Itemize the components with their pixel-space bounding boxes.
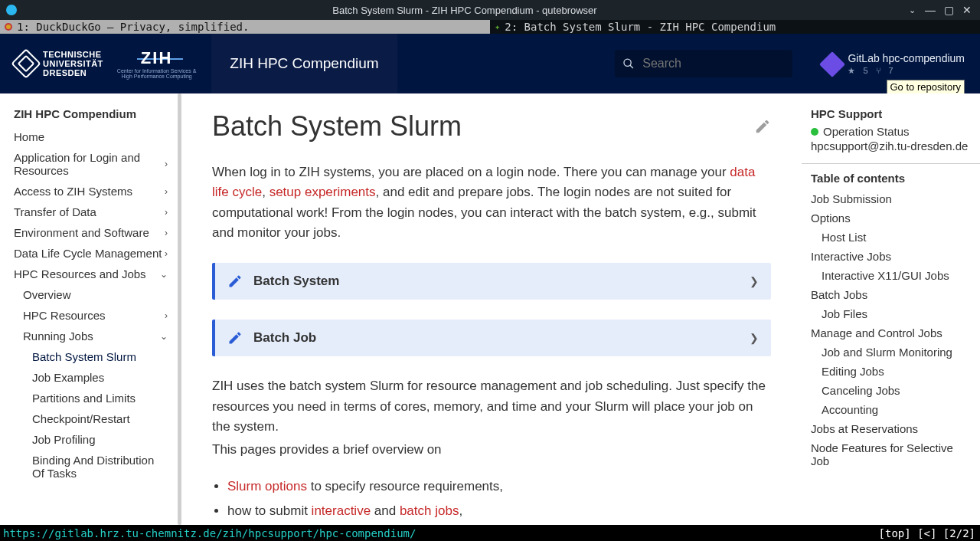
repo-link[interactable]: GitLab hpc-compendium ★5 ⑂7 Go to reposi… xyxy=(823,52,980,76)
text: and xyxy=(371,503,400,518)
tud-line: TECHNISCHE xyxy=(43,50,103,59)
paragraph: ZIH uses the batch system Slurm for reso… xyxy=(212,376,771,437)
browser-tabstrip: 1: DuckDuckGo — Privacy, simplified. ✦ 2… xyxy=(0,20,980,34)
svg-line-1 xyxy=(630,65,633,68)
divider xyxy=(802,163,980,164)
toc-item[interactable]: Interactive Jobs xyxy=(811,247,971,266)
maximize-button[interactable]: ▢ xyxy=(943,5,954,15)
nav-item[interactable]: Transfer of Data› xyxy=(5,202,181,222)
nav-item[interactable]: Binding And Distribution Of Tasks xyxy=(5,450,181,484)
toc-item[interactable]: Accounting xyxy=(811,400,971,419)
nav-item-label: Home xyxy=(14,130,44,143)
gitlab-icon xyxy=(819,51,845,77)
article: Batch System Slurm When log in to ZIH sy… xyxy=(181,93,802,525)
nav-sidebar: ZIH HPC Compendium HomeApplication for L… xyxy=(0,93,181,525)
link-batch-jobs[interactable]: batch jobs xyxy=(400,503,459,518)
search-box[interactable] xyxy=(615,50,792,77)
tud-octagon-icon xyxy=(11,48,41,79)
browser-tab-2[interactable]: ✦ 2: Batch System Slurm - ZIH HPC Compen… xyxy=(490,20,980,34)
browser-tab-1[interactable]: 1: DuckDuckGo — Privacy, simplified. xyxy=(0,20,490,34)
window-menu-button[interactable]: ⌄ xyxy=(906,5,917,15)
toc-item[interactable]: Interactive X11/GUI Jobs xyxy=(811,266,971,285)
nav-item-label: Running Jobs xyxy=(23,330,93,343)
app-icon xyxy=(6,5,17,15)
toc-item[interactable]: Options xyxy=(811,208,971,228)
chevron-right-icon: ❯ xyxy=(750,275,759,287)
close-button[interactable]: ✕ xyxy=(962,5,972,15)
nav-item[interactable]: Environment and Software› xyxy=(5,222,181,243)
favicon-icon: ✦ xyxy=(495,21,500,32)
site-title[interactable]: ZIH HPC Compendium xyxy=(211,34,397,93)
nav-item[interactable]: Home xyxy=(5,126,181,147)
pencil-icon xyxy=(227,330,243,346)
svg-point-0 xyxy=(624,59,631,66)
favicon-icon xyxy=(5,23,12,31)
nav-item[interactable]: Running Jobs⌄ xyxy=(5,326,181,346)
toc-item[interactable]: Jobs at Reservations xyxy=(811,419,971,438)
nav-item[interactable]: HPC Resources and Jobs⌄ xyxy=(5,264,181,284)
nav-item-label: HPC Resources xyxy=(23,309,106,322)
text: how to submit xyxy=(227,503,312,518)
nav-item[interactable]: Partitions and Limits xyxy=(5,388,181,408)
text: , xyxy=(459,503,462,518)
nav-item[interactable]: Data Life Cycle Management› xyxy=(5,243,181,264)
support-heading: HPC Support xyxy=(811,107,971,120)
minimize-button[interactable]: — xyxy=(925,5,936,15)
link-setup-experiments[interactable]: setup experiments xyxy=(270,185,376,199)
toc-item[interactable]: Batch Jobs xyxy=(811,285,971,304)
nav-item-label: Overview xyxy=(23,288,71,301)
nav-item[interactable]: Job Examples xyxy=(5,367,181,388)
toc-item[interactable]: Editing Jobs xyxy=(811,362,971,381)
page-title: Batch System Slurm xyxy=(212,110,462,143)
toc-item[interactable]: Job Files xyxy=(811,304,971,323)
toc-item[interactable]: Host List xyxy=(811,228,971,247)
overview-list: Slurm options to specify resource requir… xyxy=(227,474,771,524)
nav-item[interactable]: Batch System Slurm xyxy=(5,346,181,367)
text: , xyxy=(262,185,269,199)
intro-paragraph: When log in to ZIH systems, you are plac… xyxy=(212,162,771,243)
nav-item[interactable]: HPC Resources› xyxy=(5,305,181,326)
toc-item[interactable]: Job Submission xyxy=(811,189,971,208)
nav-item-label: Access to ZIH Systems xyxy=(14,185,132,198)
chevron-right-icon: › xyxy=(165,186,168,197)
toc-item[interactable]: Manage and Control Jobs xyxy=(811,323,971,343)
link-slurm-options[interactable]: Slurm options xyxy=(227,479,307,493)
nav-item-label: Batch System Slurm xyxy=(32,350,136,363)
nav-item[interactable]: Job Profiling xyxy=(5,429,181,450)
chevron-right-icon: › xyxy=(165,228,168,238)
window-title: Batch System Slurm - ZIH HPC Compendium … xyxy=(23,5,906,16)
tud-line: DRESDEN xyxy=(43,68,103,77)
text: to specify resource requirements, xyxy=(307,479,503,493)
operation-status[interactable]: Operation Status xyxy=(811,125,971,138)
admonition-batch-job[interactable]: Batch Job ❯ xyxy=(212,320,771,356)
link-interactive[interactable]: interactive xyxy=(312,503,371,518)
chevron-down-icon: ⌄ xyxy=(160,269,168,280)
list-item: how to submit interactive and batch jobs… xyxy=(227,499,771,523)
repo-label: GitLab hpc-compendium xyxy=(848,52,965,64)
chevron-down-icon: ⌄ xyxy=(160,331,168,342)
admonition-batch-system[interactable]: Batch System ❯ xyxy=(212,263,771,300)
nav-item[interactable]: Overview xyxy=(5,284,181,305)
nav-item-label: Environment and Software xyxy=(14,226,149,239)
search-input[interactable] xyxy=(642,57,785,70)
nav-item-label: HPC Resources and Jobs xyxy=(14,267,146,280)
site-logo-group[interactable]: TECHNISCHE UNIVERSITÄT DRESDEN ZIH Cente… xyxy=(0,34,211,93)
toc-item[interactable]: Node Features for Selective Job xyxy=(811,438,971,471)
repo-stars: 5 xyxy=(863,66,867,75)
toc-heading: Table of contents xyxy=(811,172,971,185)
nav-item[interactable]: Checkpoint/Restart xyxy=(5,408,181,429)
toc-item[interactable]: Job and Slurm Monitoring xyxy=(811,343,971,362)
nav-item-label: Data Life Cycle Management xyxy=(14,247,162,260)
zih-subtitle: Center for Information Services & xyxy=(117,68,197,74)
repo-tooltip: Go to repository xyxy=(887,80,965,94)
nav-item[interactable]: Access to ZIH Systems› xyxy=(5,181,181,202)
chevron-right-icon: › xyxy=(165,248,168,259)
edit-icon[interactable] xyxy=(754,118,771,135)
nav-item[interactable]: Application for Login and Resources› xyxy=(5,147,181,181)
tab-label: 1: DuckDuckGo — Privacy, simplified. xyxy=(17,21,249,33)
toc-item[interactable]: Canceling Jobs xyxy=(811,381,971,400)
chevron-right-icon: › xyxy=(165,159,168,169)
nav-item-label: Transfer of Data xyxy=(14,205,96,218)
tab-label: 2: Batch System Slurm - ZIH HPC Compendi… xyxy=(505,21,776,33)
support-email[interactable]: hpcsupport@zih.tu-dresden.de xyxy=(811,139,971,152)
